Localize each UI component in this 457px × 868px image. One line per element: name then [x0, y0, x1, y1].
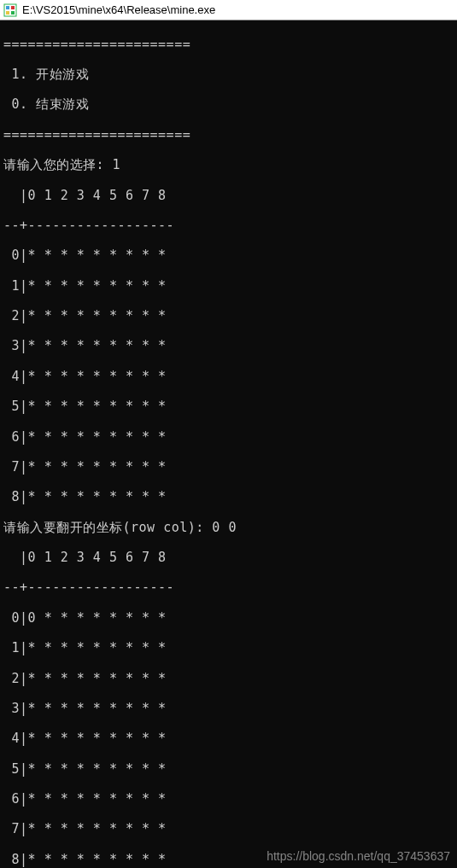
board-row: 1|* * * * * * * * *	[3, 279, 454, 294]
board-row: 3|* * * * * * * * *	[3, 702, 454, 717]
watermark-text: https://blog.csdn.net/qq_37453637	[267, 849, 450, 863]
board-row: 6|* * * * * * * * *	[3, 792, 454, 807]
coord-prompt: 请输入要翻开的坐标(row col): 0 0	[3, 521, 454, 536]
row-separator: --+------------------	[3, 218, 454, 234]
board-row: 7|* * * * * * * * *	[3, 822, 454, 837]
app-icon	[3, 3, 17, 17]
row-separator: --+------------------	[3, 580, 454, 596]
menu-item-start: 1. 开始游戏	[3, 67, 454, 83]
board-row: 6|* * * * * * * * *	[3, 430, 454, 446]
board-row: 7|* * * * * * * * *	[3, 460, 454, 475]
board-row: 8|* * * * * * * * *	[3, 490, 454, 505]
window-titlebar: E:\VS2015\mine\x64\Release\mine.exe	[0, 0, 457, 20]
board-row: 5|* * * * * * * * *	[3, 399, 454, 415]
divider-line: =======================	[3, 38, 454, 53]
board-row: 0|0 * * * * * * * *	[3, 611, 454, 626]
svg-rect-2	[11, 6, 15, 9]
svg-rect-3	[6, 11, 9, 15]
board-row: 4|* * * * * * * * *	[3, 731, 454, 747]
column-header: |0 1 2 3 4 5 6 7 8	[3, 189, 454, 204]
board-row: 0|* * * * * * * * *	[3, 248, 454, 264]
choice-prompt: 请输入您的选择: 1	[3, 158, 454, 173]
board-row: 5|* * * * * * * * *	[3, 762, 454, 778]
svg-rect-4	[11, 11, 15, 15]
svg-rect-1	[6, 6, 9, 9]
column-header: |0 1 2 3 4 5 6 7 8	[3, 551, 454, 566]
board-row: 1|* * * * * * * * *	[3, 641, 454, 656]
window-title: E:\VS2015\mine\x64\Release\mine.exe	[22, 3, 215, 16]
board-row: 4|* * * * * * * * *	[3, 370, 454, 385]
menu-item-exit: 0. 结束游戏	[3, 97, 454, 113]
console-output: ======================= 1. 开始游戏 0. 结束游戏 …	[0, 20, 457, 868]
board-row: 2|* * * * * * * * *	[3, 672, 454, 687]
divider-line: =======================	[3, 128, 454, 143]
board-row: 3|* * * * * * * * *	[3, 339, 454, 354]
coord-input[interactable]: 0 0	[212, 520, 237, 535]
choice-input[interactable]: 1	[113, 157, 121, 172]
board-row: 2|* * * * * * * * *	[3, 309, 454, 324]
